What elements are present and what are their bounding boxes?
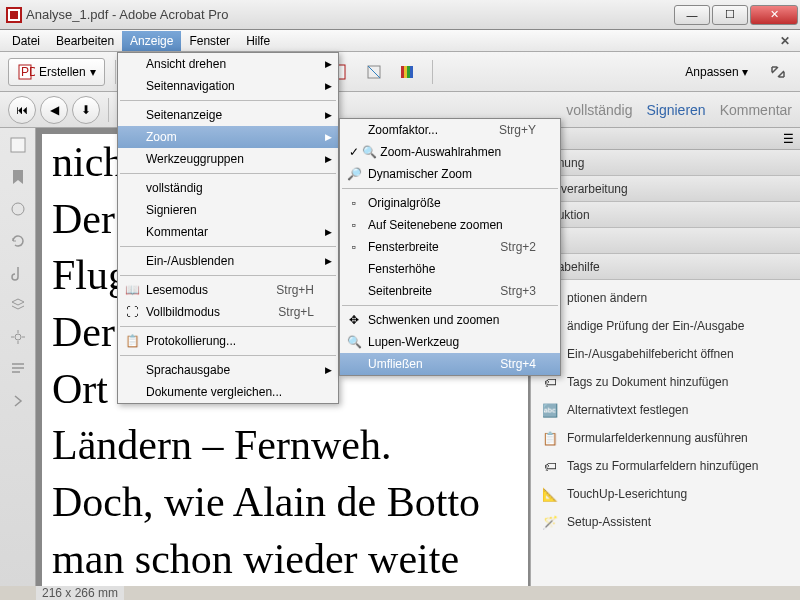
- close-button[interactable]: ✕: [750, 5, 798, 25]
- gear-icon[interactable]: [9, 328, 27, 346]
- layers-icon[interactable]: [9, 296, 27, 314]
- titlebar: Analyse_1.pdf - Adobe Acrobat Pro — ☐ ✕: [0, 0, 800, 30]
- page-size-label: 216 x 266 mm: [42, 586, 118, 600]
- menu-fensterbreite[interactable]: ▫FensterbreiteStrg+2: [340, 236, 560, 258]
- rainbow-icon[interactable]: [394, 58, 422, 86]
- tab-vollstaendig[interactable]: vollständig: [566, 102, 632, 118]
- section-items: ⚙ptionen ändern ✅ändige Prüfung der Ein-…: [531, 280, 800, 540]
- menu-schwenken[interactable]: ✥Schwenken und zoomen: [340, 309, 560, 331]
- menubar: Datei Bearbeiten Anzeige Fenster Hilfe ✕: [0, 30, 800, 52]
- expand-icon[interactable]: [764, 58, 792, 86]
- menu-close-icon[interactable]: ✕: [774, 34, 796, 48]
- section-erkennung[interactable]: ▸ nnung: [531, 150, 800, 176]
- anpassen-button[interactable]: Anpassen ▾: [675, 61, 758, 83]
- menu-vollstaendig[interactable]: vollständig: [118, 177, 338, 199]
- menu-lesemodus[interactable]: 📖LesemodusStrg+H: [118, 279, 338, 301]
- item-bericht[interactable]: 📄Ein-/Ausgabehilfebericht öffnen: [531, 340, 800, 368]
- menu-hilfe[interactable]: Hilfe: [238, 31, 278, 51]
- panel-menu-icon[interactable]: ☰: [783, 132, 794, 146]
- menu-zoomfaktor[interactable]: Zoomfaktor...Strg+Y: [340, 119, 560, 141]
- menu-vollbildmodus[interactable]: ⛶VollbildmodusStrg+L: [118, 301, 338, 323]
- menu-kommentar[interactable]: Kommentar▶: [118, 221, 338, 243]
- svg-rect-17: [410, 66, 413, 78]
- svg-rect-14: [401, 66, 404, 78]
- svg-text:PDF: PDF: [21, 65, 35, 79]
- svg-rect-16: [407, 66, 410, 78]
- menu-ansicht-drehen[interactable]: Ansicht drehen▶: [118, 53, 338, 75]
- bookmark-icon[interactable]: [9, 168, 27, 186]
- item-touchup[interactable]: 📐TouchUp-Leserichtung: [531, 480, 800, 508]
- section-produktion[interactable]: ▸ duktion: [531, 202, 800, 228]
- attachment-icon[interactable]: [9, 264, 27, 282]
- menu-originalgroesse[interactable]: ▫Originalgröße: [340, 192, 560, 214]
- menu-anzeige[interactable]: Anzeige: [122, 31, 181, 51]
- section-ausgabehilfe[interactable]: ▾ gabehilfe: [531, 254, 800, 280]
- item-formular[interactable]: 📋Formularfelderkennung ausführen: [531, 424, 800, 452]
- minimize-button[interactable]: —: [674, 5, 710, 25]
- menu-fensterhoehe[interactable]: Fensterhöhe: [340, 258, 560, 280]
- menu-zoom[interactable]: Zoom▶: [118, 126, 338, 148]
- create-button[interactable]: PDF Erstellen ▾: [8, 58, 105, 86]
- item-tags-dok[interactable]: 🏷Tags zu Dokument hinzufügen: [531, 368, 800, 396]
- svg-rect-2: [10, 11, 18, 19]
- create-label: Erstellen: [39, 65, 86, 79]
- menu-datei[interactable]: Datei: [4, 31, 48, 51]
- menu-ein-ausblenden[interactable]: Ein-/Ausblenden▶: [118, 250, 338, 272]
- create-pdf-icon: PDF: [17, 63, 35, 81]
- menu-umfliessen[interactable]: UmfließenStrg+4: [340, 353, 560, 375]
- item-setup[interactable]: 🪄Setup-Assistent: [531, 508, 800, 536]
- touchup-icon: 📐: [541, 485, 559, 503]
- text-icon: 🔤: [541, 401, 559, 419]
- menu-protokollierung[interactable]: 📋Protokollierung...: [118, 330, 338, 352]
- item-tags-form[interactable]: 🏷Tags zu Formularfeldern hinzufügen: [531, 452, 800, 480]
- section-skript[interactable]: ▸ pt: [531, 228, 800, 254]
- menu-lupen[interactable]: 🔍Lupen-Werkzeug: [340, 331, 560, 353]
- tags-icon: 🏷: [541, 457, 559, 475]
- item-alttext[interactable]: 🔤Alternativtext festlegen: [531, 396, 800, 424]
- menu-dynamischer-zoom[interactable]: 🔎Dynamischer Zoom: [340, 163, 560, 185]
- page-icon: ▫: [346, 240, 362, 254]
- item-pruefung[interactable]: ✅ändige Prüfung der Ein-/Ausgabe: [531, 312, 800, 340]
- menu-sprachausgabe[interactable]: Sprachausgabe▶: [118, 359, 338, 381]
- tab-signieren[interactable]: Signieren: [646, 102, 705, 118]
- zoom-dropdown: Zoomfaktor...Strg+Y ✓🔍 Zoom-Auswahlrahme…: [339, 118, 561, 376]
- menu-zoom-auswahlrahmen[interactable]: ✓🔍 Zoom-Auswahlrahmen: [340, 141, 560, 163]
- prev-page-button[interactable]: ◀: [40, 96, 68, 124]
- undo-icon[interactable]: [9, 232, 27, 250]
- tool-icon[interactable]: [360, 58, 388, 86]
- log-icon: 📋: [124, 334, 140, 348]
- check-icon: ✓: [346, 145, 362, 159]
- menu-signieren[interactable]: Signieren: [118, 199, 338, 221]
- left-rail: [0, 128, 36, 586]
- next-page-button[interactable]: ⬇: [72, 96, 100, 124]
- fullscreen-icon: ⛶: [124, 305, 140, 319]
- pan-icon: ✥: [346, 313, 362, 327]
- svg-rect-15: [404, 66, 407, 78]
- menu-auf-seitenebene[interactable]: ▫Auf Seitenebene zoomen: [340, 214, 560, 236]
- menu-dokumente-vergleichen[interactable]: Dokumente vergleichen...: [118, 381, 338, 403]
- menu-seitenanzeige[interactable]: Seitenanzeige▶: [118, 104, 338, 126]
- menu-werkzeuggruppen[interactable]: Werkzeuggruppen▶: [118, 148, 338, 170]
- first-page-button[interactable]: ⏮: [8, 96, 36, 124]
- right-panel: ☰ ▸ nnung ▸ ntverarbeitung ▸ duktion ▸ p…: [530, 128, 800, 586]
- svg-point-19: [12, 203, 24, 215]
- form-icon: 📋: [541, 429, 559, 447]
- page-icon: ▫: [346, 218, 362, 232]
- section-verarbeitung[interactable]: ▸ ntverarbeitung: [531, 176, 800, 202]
- thumbnails-icon[interactable]: [9, 136, 27, 154]
- loupe-icon: 🔍: [346, 335, 362, 349]
- page-icon: ▫: [346, 196, 362, 210]
- wizard-icon: 🪄: [541, 513, 559, 531]
- menu-seitennavigation[interactable]: Seitennavigation▶: [118, 75, 338, 97]
- text-icon[interactable]: [9, 360, 27, 378]
- item-optionen[interactable]: ⚙ptionen ändern: [531, 284, 800, 312]
- menu-seitenbreite[interactable]: SeitenbreiteStrg+3: [340, 280, 560, 302]
- maximize-button[interactable]: ☐: [712, 5, 748, 25]
- tab-kommentar[interactable]: Kommentar: [720, 102, 792, 118]
- tag-icon[interactable]: [9, 200, 27, 218]
- chevron-down-icon: ▾: [90, 65, 96, 79]
- menu-bearbeiten[interactable]: Bearbeiten: [48, 31, 122, 51]
- menu-fenster[interactable]: Fenster: [181, 31, 238, 51]
- anzeige-dropdown: Ansicht drehen▶ Seitennavigation▶ Seiten…: [117, 52, 339, 404]
- arrow-right-icon[interactable]: [9, 392, 27, 410]
